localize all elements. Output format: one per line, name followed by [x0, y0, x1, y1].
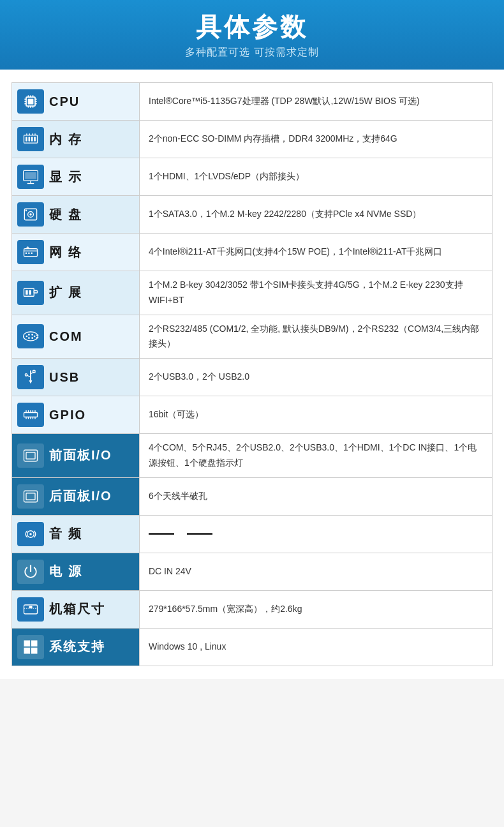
audio-dash-1 [149, 533, 174, 535]
label-text-cpu: CPU [49, 94, 80, 109]
svg-rect-83 [31, 648, 38, 654]
spec-row-back-panel: 后面板I/O6个天线半破孔 [12, 477, 493, 515]
value-cell-usb: 2个USB3.0，2个 USB2.0 [140, 359, 493, 396]
svg-rect-17 [31, 137, 33, 142]
com-icon [17, 324, 44, 348]
header-section: 具体参数 多种配置可选 可按需求定制 [0, 0, 504, 70]
spec-row-expansion: 扩 展1个M.2 B-key 3042/3052 带1个SIM卡接头支持4G/5… [12, 271, 493, 315]
label-cell-audio: 音 频 [12, 515, 140, 553]
value-cell-expansion: 1个M.2 B-key 3042/3052 带1个SIM卡接头支持4G/5G，1… [140, 271, 493, 315]
specs-container: CPUIntel®Core™i5-1135G7处理器 (TDP 28W默认,12… [0, 70, 504, 679]
svg-point-75 [29, 533, 32, 535]
os-icon [17, 635, 44, 659]
label-cell-storage: 硬 盘 [12, 196, 140, 234]
label-text-gpio: GPIO [49, 408, 86, 422]
label-cell-gpio: GPIO [12, 396, 140, 434]
label-cell-front-panel: 前面板I/O [12, 434, 140, 478]
memory-icon [17, 127, 44, 151]
value-cell-back-panel: 6个天线半破孔 [140, 477, 493, 515]
svg-rect-43 [34, 290, 37, 293]
label-text-expansion: 扩 展 [49, 284, 82, 301]
svg-point-38 [28, 252, 30, 254]
label-text-network: 网 络 [49, 244, 82, 261]
svg-rect-16 [29, 137, 31, 142]
svg-rect-79 [29, 606, 32, 609]
svg-point-45 [24, 332, 38, 341]
display-icon [17, 165, 44, 189]
svg-rect-82 [24, 648, 31, 654]
spec-row-gpio: GPIO16bit（可选） [12, 396, 493, 434]
label-cell-com: COM [12, 315, 140, 359]
label-cell-network: 网 络 [12, 234, 140, 271]
spec-row-audio: 音 频 [12, 515, 493, 553]
spec-row-usb: USB2个USB3.0，2个 USB2.0 [12, 359, 493, 396]
network-icon [17, 240, 44, 264]
svg-point-48 [28, 338, 30, 339]
svg-rect-59 [24, 413, 38, 417]
label-cell-memory: 内 存 [12, 121, 140, 158]
svg-rect-15 [26, 137, 27, 142]
label-cell-os: 系统支持 [12, 628, 140, 666]
label-text-back-panel: 后面板I/O [49, 488, 112, 505]
spec-row-memory: 内 存2个non-ECC SO-DIMM 内存插槽，DDR4 3200MHz，支… [12, 121, 493, 158]
svg-rect-57 [33, 371, 36, 373]
spec-row-network: 网 络4个Intel®i211-AT千兆网口(支持4个15W POE)，1个In… [12, 234, 493, 271]
svg-point-39 [31, 252, 33, 254]
panel-icon [17, 443, 44, 468]
gpio-icon [17, 403, 44, 427]
label-text-storage: 硬 盘 [49, 206, 82, 223]
label-cell-power: 电 源 [12, 553, 140, 590]
panel-icon [17, 484, 44, 509]
audio-dash-2 [187, 533, 212, 535]
label-cell-display: 显 示 [12, 158, 140, 196]
svg-point-29 [29, 213, 32, 216]
page-subtitle: 多种配置可选 可按需求定制 [13, 46, 491, 59]
spec-row-com: COM2个RS232/485 (COM1/2, 全功能, 默认接头DB9/M)，… [12, 315, 493, 359]
label-text-usb: USB [49, 370, 80, 385]
value-cell-gpio: 16bit（可选） [140, 396, 493, 434]
label-text-display: 显 示 [49, 168, 82, 186]
spec-row-os: 系统支持Windows 10 , Linux [12, 628, 493, 666]
label-cell-cpu: CPU [12, 83, 140, 121]
svg-rect-81 [31, 640, 38, 646]
label-text-os: 系统支持 [49, 638, 105, 655]
value-cell-front-panel: 4个COM、5个RJ45、2个USB2.0、2个USB3.0、1个HDMI、1个… [140, 434, 493, 478]
value-cell-memory: 2个non-ECC SO-DIMM 内存插槽，DDR4 3200MHz，支持64… [140, 121, 493, 158]
spec-row-display: 显 示1个HDMI、1个LVDS/eDP（内部接头） [12, 158, 493, 196]
svg-rect-73 [26, 493, 35, 500]
svg-rect-42 [29, 290, 31, 294]
spec-row-cpu: CPUIntel®Core™i5-1135G7处理器 (TDP 28W默认,12… [12, 83, 493, 121]
value-cell-audio [140, 515, 493, 553]
svg-rect-1 [28, 99, 34, 105]
value-cell-display: 1个HDMI、1个LVDS/eDP（内部接头） [140, 158, 493, 196]
svg-rect-18 [34, 137, 36, 142]
spec-row-front-panel: 前面板I/O4个COM、5个RJ45、2个USB2.0、2个USB3.0、1个H… [12, 434, 493, 478]
specs-table: CPUIntel®Core™i5-1135G7处理器 (TDP 28W默认,12… [11, 82, 493, 666]
spec-row-case: 机箱尺寸279*166*57.5mm（宽深高），约2.6kg [12, 590, 493, 628]
value-cell-network: 4个Intel®i211-AT千兆网口(支持4个15W POE)，1个Intel… [140, 234, 493, 271]
label-text-memory: 内 存 [49, 131, 82, 148]
svg-rect-26 [25, 172, 36, 179]
value-cell-case: 279*166*57.5mm（宽深高），约2.6kg [140, 590, 493, 628]
power-icon [17, 560, 44, 584]
svg-point-50 [31, 338, 33, 339]
spec-row-storage: 硬 盘1个SATA3.0，1个M.2 M-key 2242/2280（支持PCl… [12, 196, 493, 234]
label-text-power: 电 源 [49, 563, 82, 580]
svg-point-37 [26, 252, 27, 254]
cpu-icon [17, 89, 44, 114]
svg-rect-71 [26, 452, 35, 459]
page-wrapper: 具体参数 多种配置可选 可按需求定制 CPUIntel®Core™i5-1135… [0, 0, 504, 679]
usb-icon [17, 365, 44, 389]
value-cell-com: 2个RS232/485 (COM1/2, 全功能, 默认接头DB9/M)，2个R… [140, 315, 493, 359]
svg-point-51 [34, 336, 36, 338]
case-icon [17, 597, 44, 622]
audio-icon [17, 522, 44, 546]
svg-point-30 [26, 210, 27, 212]
audio-dashes [149, 533, 483, 535]
label-cell-back-panel: 后面板I/O [12, 477, 140, 515]
label-cell-case: 机箱尺寸 [12, 590, 140, 628]
label-text-case: 机箱尺寸 [49, 600, 105, 618]
label-cell-expansion: 扩 展 [12, 271, 140, 315]
value-cell-cpu: Intel®Core™i5-1135G7处理器 (TDP 28W默认,12W/1… [140, 83, 493, 121]
svg-point-58 [25, 374, 27, 376]
